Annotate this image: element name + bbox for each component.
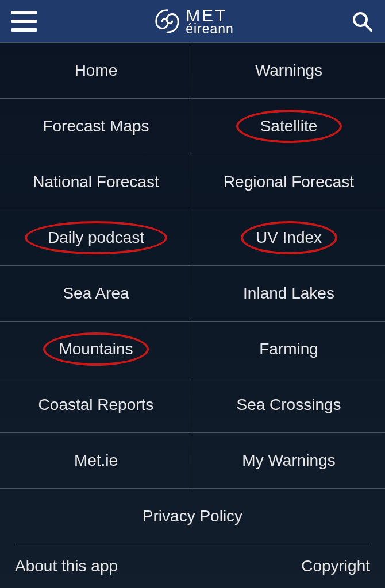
privacy-policy-link[interactable]: Privacy Policy: [15, 489, 370, 544]
nav-item-warnings[interactable]: Warnings: [192, 43, 385, 99]
nav-item-satellite[interactable]: Satellite: [192, 99, 385, 154]
nav-item-label: Farming: [259, 340, 318, 358]
nav-item-coastal-reports[interactable]: Coastal Reports: [0, 377, 192, 433]
nav-item-label: Home: [75, 61, 118, 80]
nav-item-my-warnings[interactable]: My Warnings: [192, 433, 385, 489]
footer-row: About this app Copyright: [15, 544, 370, 588]
nav-item-label: UV Index: [256, 229, 322, 247]
nav-item-label: Warnings: [255, 61, 322, 80]
nav-item-label: Sea Crossings: [236, 396, 341, 414]
nav-item-sea-area[interactable]: Sea Area: [0, 266, 192, 322]
nav-item-label: Forecast Maps: [43, 117, 149, 136]
logo[interactable]: MET éireann: [153, 7, 234, 35]
nav-item-label: Satellite: [260, 117, 318, 136]
logo-text: MET éireann: [186, 7, 234, 35]
swirl-icon: [153, 7, 181, 35]
nav-item-met-ie[interactable]: Met.ie: [0, 433, 192, 489]
nav-item-label: National Forecast: [33, 173, 159, 191]
logo-top: MET: [186, 7, 234, 23]
nav-item-label: Regional Forecast: [224, 173, 354, 191]
nav-item-label: Daily podcast: [48, 229, 144, 247]
nav-grid: HomeWarningsForecast MapsSatelliteNation…: [0, 42, 385, 489]
menu-icon[interactable]: [11, 11, 37, 32]
nav-item-home[interactable]: Home: [0, 43, 192, 99]
nav-item-uv-index[interactable]: UV Index: [192, 210, 385, 266]
nav-item-farming[interactable]: Farming: [192, 322, 385, 377]
nav-item-daily-podcast[interactable]: Daily podcast: [0, 210, 192, 266]
nav-item-label: Inland Lakes: [243, 284, 334, 303]
nav-item-label: Met.ie: [74, 451, 118, 470]
about-link[interactable]: About this app: [15, 557, 118, 575]
copyright-link[interactable]: Copyright: [301, 557, 370, 575]
nav-item-label: My Warnings: [242, 451, 335, 470]
nav-item-label: Mountains: [59, 340, 133, 358]
nav-item-label: Sea Area: [63, 284, 129, 303]
nav-item-forecast-maps[interactable]: Forecast Maps: [0, 99, 192, 154]
search-icon[interactable]: [351, 10, 374, 33]
nav-item-label: Coastal Reports: [38, 396, 154, 414]
logo-bottom: éireann: [186, 23, 234, 35]
nav-item-inland-lakes[interactable]: Inland Lakes: [192, 266, 385, 322]
app-header: MET éireann: [0, 0, 385, 42]
nav-item-national-forecast[interactable]: National Forecast: [0, 154, 192, 210]
nav-item-mountains[interactable]: Mountains: [0, 322, 192, 377]
footer: Privacy Policy About this app Copyright: [0, 489, 385, 588]
nav-item-regional-forecast[interactable]: Regional Forecast: [192, 154, 385, 210]
svg-line-1: [365, 25, 371, 30]
nav-item-sea-crossings[interactable]: Sea Crossings: [192, 377, 385, 433]
